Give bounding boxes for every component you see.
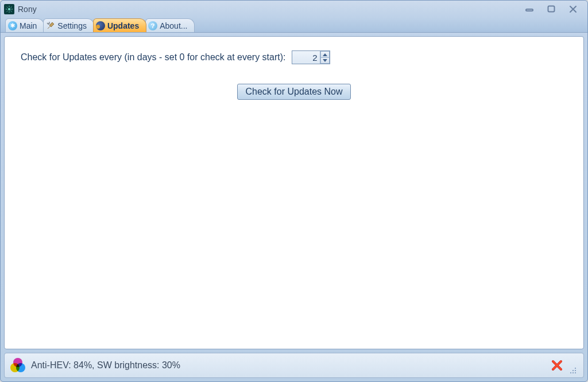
window: Rony ✱ Main Settings Updates <box>0 0 588 382</box>
tab-updates[interactable]: Updates <box>93 18 146 32</box>
star-icon: ✱ <box>8 21 17 30</box>
status-text: Anti-HEV: 84%, SW brightness: 30% <box>31 360 544 371</box>
tab-settings[interactable]: Settings <box>43 18 94 32</box>
update-interval-spinner[interactable] <box>292 50 330 64</box>
globe-icon <box>96 21 105 30</box>
spinner-up-button[interactable] <box>320 51 330 57</box>
update-interval-label: Check for Updates every (in days - set 0… <box>21 52 286 63</box>
svg-rect-10 <box>548 6 555 12</box>
svg-line-7 <box>7 11 8 12</box>
tabbar: ✱ Main Settings Updates About... <box>1 18 587 33</box>
update-interval-row: Check for Updates every (in days - set 0… <box>21 50 567 64</box>
svg-line-8 <box>11 7 12 8</box>
app-icon <box>4 4 14 14</box>
update-interval-input[interactable] <box>292 51 320 64</box>
tab-updates-label: Updates <box>107 21 139 30</box>
statusbar-close-button[interactable] <box>550 358 564 372</box>
spinner-down-button[interactable] <box>320 57 330 64</box>
tools-icon <box>46 21 55 30</box>
content-panel: Check for Updates every (in days - set 0… <box>4 36 584 349</box>
svg-rect-9 <box>526 9 533 11</box>
tab-main-label: Main <box>20 21 37 30</box>
spinner-buttons <box>320 51 330 64</box>
tab-about[interactable]: About... <box>145 18 195 32</box>
check-updates-now-button[interactable]: Check for Updates Now <box>237 84 351 100</box>
tab-settings-label: Settings <box>57 21 87 30</box>
svg-point-0 <box>8 8 10 10</box>
close-button[interactable] <box>567 3 579 15</box>
statusbar: Anti-HEV: 84%, SW brightness: 30% <box>4 353 584 378</box>
svg-line-5 <box>7 7 8 8</box>
tab-main[interactable]: ✱ Main <box>5 18 44 32</box>
maximize-button[interactable] <box>545 3 558 15</box>
minimize-button[interactable] <box>523 3 536 15</box>
window-controls <box>523 3 584 15</box>
resize-grip[interactable] <box>570 367 578 375</box>
help-icon <box>148 21 157 30</box>
color-circles-icon <box>10 358 25 373</box>
titlebar[interactable]: Rony <box>1 1 587 18</box>
tab-about-label: About... <box>160 21 187 30</box>
svg-line-6 <box>11 11 12 12</box>
window-title: Rony <box>18 5 523 14</box>
